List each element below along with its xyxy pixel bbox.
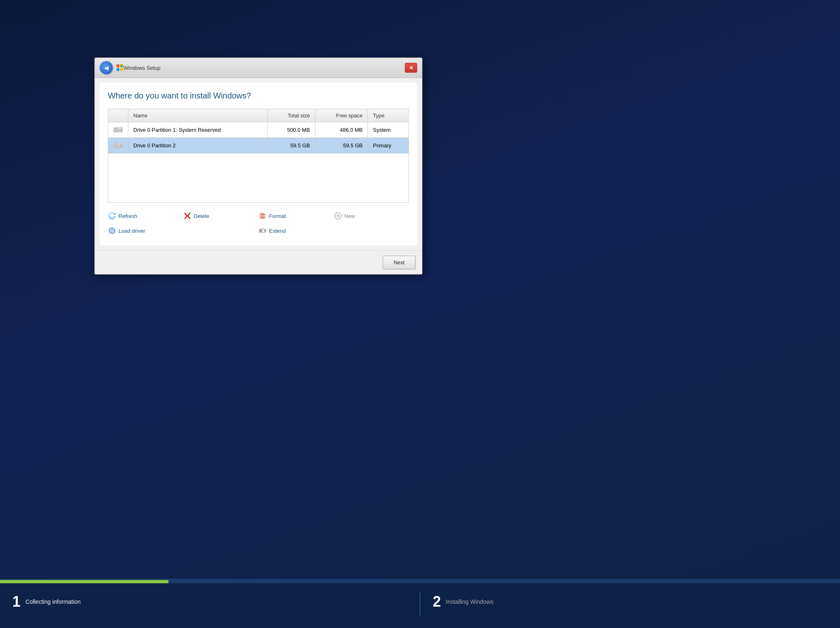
partition-free-space: 59.5 GB bbox=[315, 138, 368, 154]
partition-icon-cell bbox=[108, 122, 128, 138]
extend-label: Extend bbox=[269, 228, 285, 234]
drive-icon bbox=[113, 141, 123, 149]
title-bar: Windows Setup ✕ bbox=[95, 58, 422, 78]
svg-point-21 bbox=[111, 230, 113, 231]
col-header-name: Name bbox=[128, 109, 268, 122]
delete-button[interactable]: Delete bbox=[183, 209, 259, 222]
partition-icon-cell bbox=[108, 138, 128, 154]
actions-area: Refresh Delete bbox=[108, 209, 409, 237]
svg-rect-7 bbox=[114, 128, 118, 129]
refresh-label: Refresh bbox=[119, 213, 137, 219]
svg-point-15 bbox=[260, 213, 265, 215]
step-1: 1 Collecting information bbox=[0, 587, 420, 616]
progress-bar-fill bbox=[0, 580, 168, 583]
new-label: New bbox=[345, 213, 355, 219]
close-button[interactable]: ✕ bbox=[405, 63, 417, 73]
svg-point-6 bbox=[120, 129, 122, 131]
load-driver-label: Load driver bbox=[119, 228, 145, 234]
partition-total-size: 500.0 MB bbox=[268, 122, 315, 138]
window-footer: Next bbox=[95, 250, 422, 274]
col-header-icon bbox=[108, 109, 128, 122]
step-2-number: 2 bbox=[433, 594, 441, 609]
status-bar: 1 Collecting information 2 Installing Wi… bbox=[0, 579, 840, 628]
partition-free-space: 486.0 MB bbox=[315, 122, 368, 138]
load-driver-button[interactable]: Load driver bbox=[108, 224, 258, 237]
partition-name: Drive 0 Partition 2 bbox=[128, 138, 268, 154]
table-row[interactable]: Drive 0 Partition 1: System Reserved500.… bbox=[108, 122, 409, 138]
svg-point-10 bbox=[120, 144, 122, 146]
windows-setup-window: Windows Setup ✕ Where do you want to ins… bbox=[94, 57, 422, 275]
step-1-number: 1 bbox=[12, 594, 21, 609]
step-2-label: Installing Windows bbox=[446, 598, 493, 605]
desktop: Windows Setup ✕ Where do you want to ins… bbox=[0, 0, 840, 628]
status-steps: 1 Collecting information 2 Installing Wi… bbox=[0, 587, 840, 616]
window-content: Where do you want to install Windows? Na… bbox=[100, 83, 417, 245]
step-1-label: Collecting information bbox=[25, 598, 81, 605]
partition-total-size: 59.5 GB bbox=[268, 138, 315, 154]
new-button[interactable]: New bbox=[334, 209, 409, 222]
partition-table: Name Total size Free space Type Drive 0 … bbox=[108, 109, 409, 203]
col-header-type: Type bbox=[368, 109, 409, 122]
drive-icon bbox=[113, 126, 123, 133]
progress-separator bbox=[168, 580, 169, 583]
svg-rect-0 bbox=[116, 64, 119, 67]
extend-button[interactable]: Extend bbox=[258, 224, 409, 237]
partition-name: Drive 0 Partition 1: System Reserved bbox=[128, 122, 268, 138]
delete-label: Delete bbox=[194, 213, 210, 219]
format-label: Format bbox=[269, 213, 286, 219]
partition-type: System bbox=[368, 122, 409, 138]
table-header-row: Name Total size Free space Type bbox=[108, 109, 409, 122]
progress-bar-container bbox=[0, 580, 840, 583]
col-header-total-size: Total size bbox=[268, 109, 315, 122]
table-row[interactable]: Drive 0 Partition 259.5 GB59.5 GBPrimary bbox=[108, 138, 409, 154]
table-empty-area bbox=[108, 154, 409, 203]
svg-rect-3 bbox=[120, 68, 123, 71]
format-button[interactable]: Format bbox=[258, 209, 334, 222]
back-button[interactable] bbox=[100, 61, 113, 74]
next-button[interactable]: Next bbox=[383, 256, 415, 269]
setup-icon bbox=[116, 64, 123, 71]
page-heading: Where do you want to install Windows? bbox=[108, 91, 409, 101]
partition-type: Primary bbox=[368, 138, 409, 154]
svg-rect-11 bbox=[114, 144, 118, 144]
window-title: Windows Setup bbox=[123, 65, 405, 71]
refresh-button[interactable]: Refresh bbox=[108, 209, 183, 222]
svg-rect-1 bbox=[120, 64, 123, 67]
svg-rect-2 bbox=[116, 68, 119, 71]
svg-rect-23 bbox=[259, 229, 262, 232]
col-header-free-space: Free space bbox=[315, 109, 368, 122]
step-2: 2 Installing Windows bbox=[420, 587, 840, 616]
